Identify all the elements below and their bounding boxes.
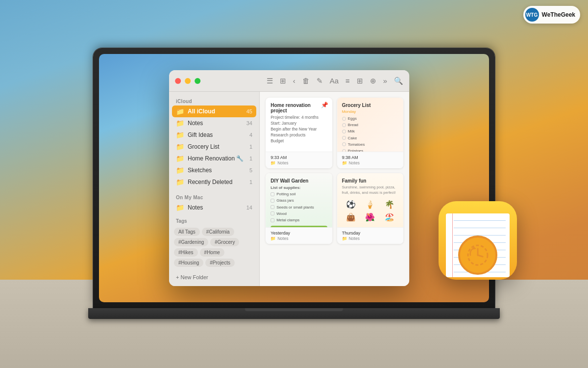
maximize-button[interactable]	[195, 78, 200, 84]
folder-small-icon: 📁	[342, 160, 347, 165]
note-footer: 9:38 AM 📁 Notes	[337, 152, 404, 168]
emoji-6: 🏖️	[381, 212, 398, 223]
note-content: Eggs Bread Milk Cake Tomatoes Potatoes E…	[342, 116, 399, 152]
tag-all-tags[interactable]: All Tags	[174, 228, 200, 236]
sidebar-count: 45	[246, 108, 252, 114]
on-my-mac-header: On My Mac	[169, 192, 259, 202]
icloud-header: iCloud	[169, 96, 259, 105]
note-preview: 📌 Home renovation project Project timeli…	[266, 98, 332, 152]
folder-icon: 📁	[176, 131, 184, 139]
tag-california[interactable]: #California	[202, 228, 234, 236]
note-date: Yesterday	[270, 231, 327, 236]
indent-icon[interactable]: ≡	[345, 77, 350, 85]
share-icon[interactable]: ⊕	[370, 77, 376, 85]
tag-hikes[interactable]: #Hikes	[174, 248, 198, 257]
sidebar-item-sketches[interactable]: 📁 Sketches 5	[169, 164, 259, 176]
tag-home[interactable]: #Home	[200, 248, 224, 257]
sidebar-item-gift-ideas[interactable]: 📁 Gift Ideas 4	[169, 129, 259, 141]
notes-icon-inner	[443, 209, 512, 272]
folder-small-icon: 📁	[270, 236, 276, 241]
sidebar-item-home-renovation[interactable]: 📁 Home Renovation 🔧 1	[169, 153, 259, 164]
emoji-grid: ⚽ 🍦 🌴 👜 🌺 🏖️	[342, 199, 399, 223]
folder-icon: 📁	[176, 119, 184, 127]
sidebar-count: 1	[249, 179, 252, 185]
note-title: Grocery List	[342, 103, 399, 108]
tags-grid: All Tags #California #Gardening #Grocery…	[173, 226, 255, 269]
tag-housing[interactable]: #Housing	[174, 259, 203, 267]
close-button[interactable]	[175, 78, 181, 84]
window-body: iCloud 📁 All iCloud 45 📁 Notes 34	[169, 92, 409, 286]
note-date: 9:33 AM	[270, 155, 327, 160]
note-date: Thursday	[342, 231, 399, 236]
note-footer: Thursday 📁 Notes	[337, 227, 404, 244]
sidebar-count: 5	[249, 167, 252, 173]
sidebar-label: Home Renovation 🔧	[188, 155, 246, 162]
macbook-base	[88, 308, 500, 319]
compose-icon[interactable]: ✎	[317, 77, 323, 85]
note-location: 📁 Notes	[342, 160, 399, 165]
note-title: DIY Wall Garden	[270, 178, 327, 184]
sidebar-item-notes[interactable]: 📁 Notes 34	[169, 117, 259, 129]
note-title: Home renovation project	[270, 103, 327, 113]
emoji-4: 👜	[342, 212, 360, 223]
folder-icon: 📁	[176, 143, 184, 151]
note-footer: 9:33 AM 📁 Notes	[266, 152, 332, 168]
minimize-button[interactable]	[185, 78, 191, 84]
text-format-icon[interactable]: Aa	[330, 77, 339, 85]
note-location: 📁 Notes	[270, 236, 327, 241]
notes-window: ☰ ⊞ ‹ 🗑 ✎ Aa ≡ ⊞ ⊕ » 🔍	[169, 70, 409, 286]
tag-projects[interactable]: #Projects	[205, 259, 235, 267]
note-content: Sunshine, swimming pool, pizza, fruit, d…	[342, 185, 399, 223]
note-card-home-renovation[interactable]: 📌 Home renovation project Project timeli…	[266, 98, 332, 168]
note-content: List of supplies: Potting soil Glass jar…	[270, 185, 327, 223]
sidebar-item-all-icloud[interactable]: 📁 All iCloud 45	[172, 105, 256, 117]
sidebar-count: 4	[249, 132, 252, 138]
sidebar-label: Recently Deleted	[188, 179, 246, 185]
table-icon[interactable]: ⊞	[357, 77, 363, 85]
wtg-text: WeTheGeek	[542, 11, 575, 18]
sidebar-item-grocery-list[interactable]: 📁 Grocery List 1	[169, 141, 259, 153]
sidebar-label: Sketches	[188, 167, 246, 174]
note-location: 📁 Notes	[270, 160, 327, 165]
notes-grid: 📌 Home renovation project Project timeli…	[266, 98, 403, 244]
note-title: Family fun	[342, 178, 399, 184]
back-icon[interactable]: ‹	[293, 77, 295, 85]
macbook-screen-outer: ☰ ⊞ ‹ 🗑 ✎ Aa ≡ ⊞ ⊕ » 🔍	[93, 48, 495, 308]
sidebar-item-notes-local[interactable]: 📁 Notes 14	[169, 202, 259, 213]
tag-gardening[interactable]: #Gardening	[174, 238, 208, 246]
toolbar: ☰ ⊞ ‹ 🗑 ✎ Aa ≡ ⊞ ⊕ » 🔍	[267, 77, 403, 85]
folder-small-icon: 📁	[342, 236, 347, 241]
list-view-icon[interactable]: ☰	[267, 77, 273, 85]
paper-margin	[452, 213, 453, 277]
folder-icon: 📁	[176, 178, 184, 186]
note-card-grocery-list[interactable]: Grocery List Monday Eggs Bread Milk Cake…	[337, 98, 404, 168]
new-folder-label: + New Folder	[176, 274, 208, 280]
note-date: 9:38 AM	[342, 155, 399, 160]
sidebar-count: 1	[249, 156, 252, 161]
notes-app-icon	[439, 201, 517, 280]
search-icon[interactable]: 🔍	[394, 77, 403, 85]
note-preview: Family fun Sunshine, swimming pool, pizz…	[337, 173, 404, 227]
tag-grocery[interactable]: #Grocery	[210, 238, 239, 246]
tags-section: Tags All Tags #California #Gardening #Gr…	[169, 213, 259, 272]
sidebar-item-recently-deleted[interactable]: 📁 Recently Deleted 1	[169, 176, 259, 188]
sidebar-label: All iCloud	[188, 108, 243, 115]
delete-icon[interactable]: 🗑	[302, 77, 310, 85]
sidebar-label: Grocery List	[188, 143, 246, 150]
sidebar-count: 34	[246, 120, 252, 126]
note-location: 📁 Notes	[342, 236, 399, 241]
macbook-hinge	[245, 308, 343, 311]
grid-view-icon[interactable]: ⊞	[280, 77, 286, 85]
emoji-3: 🌴	[381, 199, 398, 210]
folder-icon: 📁	[176, 107, 184, 115]
wtg-icon: WTG	[525, 8, 539, 22]
title-bar: ☰ ⊞ ‹ 🗑 ✎ Aa ≡ ⊞ ⊕ » 🔍	[169, 70, 409, 92]
folder-small-icon: 📁	[270, 160, 276, 165]
wethegeek-logo: WTG WeTheGeek	[523, 6, 580, 24]
note-card-diy-wall-garden[interactable]: DIY Wall Garden List of supplies: Pottin…	[266, 173, 332, 244]
new-folder-button[interactable]: + New Folder	[169, 272, 259, 283]
macbook-screen-bezel: ☰ ⊞ ‹ 🗑 ✎ Aa ≡ ⊞ ⊕ » 🔍	[99, 54, 489, 302]
sidebar-count: 14	[246, 205, 252, 210]
more-icon[interactable]: »	[383, 77, 387, 85]
note-card-family-fun[interactable]: Family fun Sunshine, swimming pool, pizz…	[337, 173, 404, 244]
